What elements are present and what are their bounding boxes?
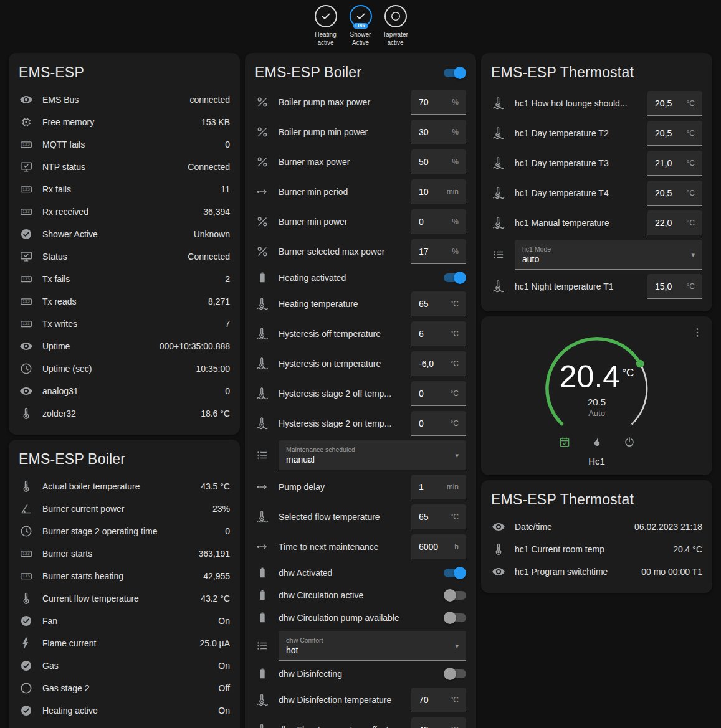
number-unit: % — [452, 98, 459, 106]
number-input[interactable]: 21,0°C — [647, 151, 702, 176]
clock-icon — [19, 524, 34, 538]
entity-row[interactable]: analog310 — [19, 380, 230, 402]
entity-row[interactable]: Heating activeOn — [19, 699, 230, 722]
card-power-toggle[interactable] — [444, 69, 466, 77]
number-input[interactable]: 6°C — [411, 321, 466, 346]
number-input[interactable]: 70% — [411, 90, 466, 115]
more-options-button[interactable] — [686, 321, 709, 344]
svg-text:123: 123 — [22, 209, 30, 214]
status-badge[interactable]: Tapwater active — [380, 5, 412, 47]
entity-row[interactable]: hc1 Program switchtime00 mo 00:00 T1 — [491, 560, 702, 583]
number-input[interactable]: 70°C — [411, 688, 466, 712]
entity-label: Tx writes — [42, 319, 216, 329]
entity-row[interactable]: 123Tx writes7 — [19, 313, 230, 335]
entity-row[interactable]: Shower ActiveUnknown — [19, 223, 230, 245]
number-input[interactable]: 0°C — [411, 411, 466, 436]
number-input[interactable]: 30% — [411, 120, 466, 144]
entity-value: 000+10:35:00.888 — [160, 341, 230, 351]
number-input[interactable]: 10min — [411, 179, 466, 204]
number-input[interactable]: 0% — [411, 209, 466, 234]
toggle-switch[interactable] — [444, 613, 466, 622]
number-input[interactable]: 20,5°C — [647, 91, 702, 116]
monitor-check-icon — [19, 160, 34, 174]
thermometer-icon — [491, 542, 506, 556]
entity-row[interactable]: Actual boiler temperature43.5 °C — [19, 475, 230, 498]
number-input[interactable]: 20,5°C — [647, 121, 702, 146]
number-input[interactable]: 65°C — [411, 504, 466, 529]
number-input[interactable]: 22,0°C — [647, 210, 702, 235]
entity-row[interactable]: 123Tx fails2 — [19, 268, 230, 290]
entity-row[interactable]: 123Burner starts heating42,955 — [19, 565, 230, 587]
toggle-switch[interactable] — [444, 669, 466, 678]
number-unit: °C — [451, 359, 459, 368]
number-input[interactable]: 17% — [411, 239, 466, 264]
entity-row[interactable]: GasOn — [19, 655, 230, 677]
entity-row[interactable]: Free memory153 KB — [19, 111, 230, 133]
svg-text:123: 123 — [22, 299, 30, 303]
eye-icon — [491, 520, 506, 534]
number-value: 30 — [419, 127, 429, 137]
entity-row[interactable]: hc1 Current room temp20.4 °C — [491, 538, 702, 560]
entity-row[interactable]: Date/time06.02.2023 21:18 — [491, 516, 702, 538]
entity-row[interactable]: Burner current power23% — [19, 498, 230, 520]
counter-icon: 123 — [19, 317, 34, 331]
number-input[interactable]: 0°C — [411, 381, 466, 406]
number-input[interactable]: 6000h — [411, 534, 466, 559]
entity-row: Time to next maintenance6000h — [255, 532, 466, 562]
entity-row[interactable]: 123MQTT fails0 — [19, 133, 230, 156]
schedule-mode-button[interactable] — [553, 431, 576, 453]
number-value: 1 — [419, 482, 424, 492]
select-input[interactable]: hc1 Modeauto▾ — [515, 240, 702, 270]
off-mode-button[interactable] — [618, 431, 641, 453]
entity-row[interactable]: Flame current25.0 µA — [19, 632, 230, 655]
select-floating-label: hc1 Mode — [522, 245, 680, 253]
temperature-water-icon — [255, 387, 270, 400]
ray-arrow-icon — [255, 185, 270, 199]
card-title: EMS-ESP — [19, 64, 230, 81]
entity-row[interactable]: Uptime (sec)10:35:00 — [19, 357, 230, 380]
number-input[interactable]: 1min — [411, 475, 466, 499]
toggle-thumb — [454, 567, 466, 579]
entity-row[interactable]: Current flow temperature43.2 °C — [19, 587, 230, 610]
entity-row[interactable]: EMS Busconnected — [19, 88, 230, 111]
number-input[interactable]: 50% — [411, 149, 466, 174]
entity-label: analog31 — [42, 386, 216, 396]
heat-mode-button[interactable] — [586, 431, 608, 453]
entity-row[interactable]: 123Tx reads8,271 — [19, 290, 230, 313]
toggle-thumb — [444, 668, 456, 680]
number-input[interactable]: 15,0°C — [647, 274, 702, 299]
entity-row[interactable]: NTP statusConnected — [19, 156, 230, 178]
entity-row: Heating temperature65°C — [255, 289, 466, 319]
toggle-switch[interactable] — [444, 591, 466, 600]
entity-label: Status — [42, 252, 179, 262]
entity-row[interactable]: Uptime000+10:35:00.888 — [19, 335, 230, 357]
entity-label: zolder32 — [42, 409, 192, 418]
counter-icon: 123 — [19, 547, 34, 560]
entity-row: dhw Activated — [255, 562, 466, 584]
toggle-switch[interactable] — [444, 273, 466, 282]
entity-label: Pump delay — [279, 482, 403, 492]
entity-label: Burner max power — [279, 157, 403, 167]
entity-row[interactable]: FanOn — [19, 610, 230, 632]
entity-row[interactable]: Heating pumpOn — [19, 722, 230, 728]
entity-row[interactable]: Gas stage 2Off — [19, 677, 230, 699]
status-badge[interactable]: LINKShower Active — [345, 5, 377, 47]
number-input[interactable]: 20,5°C — [647, 181, 702, 206]
entity-row[interactable]: Burner stage 2 operating time0 — [19, 520, 230, 542]
select-input[interactable]: Maintenance scheduledmanual▾ — [279, 440, 466, 470]
entity-row[interactable]: 123Rx received36,394 — [19, 201, 230, 223]
link-tag: LINK — [353, 23, 368, 29]
entity-row[interactable]: StatusConnected — [19, 245, 230, 268]
select-input[interactable]: dhw Comforthot▾ — [279, 631, 466, 661]
entity-row[interactable]: 123Rx fails11 — [19, 178, 230, 201]
status-badge[interactable]: Heating active — [310, 5, 342, 47]
number-input[interactable]: 40°C — [411, 717, 466, 728]
entity-value: 43.2 °C — [201, 593, 230, 603]
toggle-switch[interactable] — [444, 569, 466, 577]
entity-row: dhw Disinfection temperature70°C — [255, 685, 466, 715]
percent-icon — [255, 125, 270, 139]
entity-row[interactable]: zolder3218.6 °C — [19, 402, 230, 425]
number-input[interactable]: 65°C — [411, 291, 466, 316]
number-input[interactable]: -6,0°C — [411, 351, 466, 376]
entity-row[interactable]: 123Burner starts363,191 — [19, 542, 230, 565]
